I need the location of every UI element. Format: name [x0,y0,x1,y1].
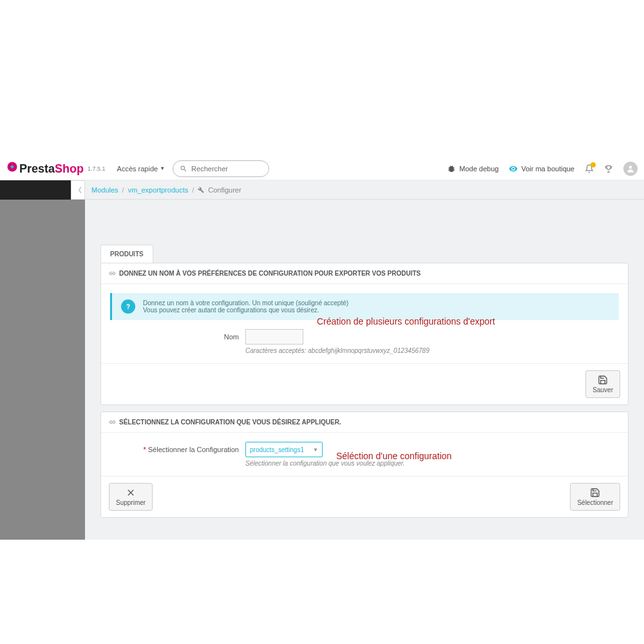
select-button[interactable]: Sélectionner [570,483,620,511]
quick-access-label: Accès rapide [117,165,158,173]
alert-line2: Vous pouvez créer autant de configuratio… [143,307,348,314]
label-nom: Nom [110,333,239,341]
mode-debug-label: Mode debug [459,165,498,173]
chevron-down-icon: ▼ [313,447,318,453]
breadcrumb-sep: / [192,186,194,194]
breadcrumb-modules[interactable]: Modules [91,186,118,194]
bug-icon [447,164,456,173]
link-icon [109,270,116,277]
breadcrumb-sep: / [122,186,124,194]
trophy-link[interactable] [604,164,613,173]
notifications-bell[interactable] [585,164,594,173]
user-icon [626,164,635,173]
save-icon [590,488,600,498]
alert-line1: Donnez un nom à votre configuration. Un … [143,299,348,307]
panel-select-config: SÉLECTIONNEZ LA CONFIGURATION QUE VOUS D… [100,412,629,518]
chevron-down-icon: ▼ [160,166,165,171]
annotation-creation: Création de plusieurs configurations d'e… [317,316,495,327]
panel1-title: DONNEZ UN NOM À VOS PRÉFÉRENCES DE CONFI… [101,263,628,284]
sidebar-top: 《 [0,180,85,200]
eye-icon [509,164,518,173]
breadcrumb-module-name[interactable]: vm_exportproducts [128,186,189,194]
select-label: Sélectionner [577,499,613,506]
input-nom[interactable] [245,329,303,345]
breadcrumb-current: Configurer [208,186,241,194]
mode-debug-link[interactable]: Mode debug [447,164,498,173]
sidebar [0,200,85,540]
sidebar-collapse-handle[interactable]: 《 [71,180,85,200]
close-icon [126,488,136,498]
select-configuration[interactable]: products_settings1 ▼ [245,442,323,457]
logo-bird-icon [6,161,18,173]
search-icon [180,165,187,173]
logo-text-shop: Shop [55,162,84,176]
tab-produits[interactable]: PRODUITS [100,245,153,263]
delete-button[interactable]: Supprimer [109,483,153,511]
help-nom: Caractères acceptés: abcdefghijklmnopqrs… [245,347,619,354]
quick-access-dropdown[interactable]: Accès rapide ▼ [117,165,166,173]
top-header: PrestaShop 1.7.5.1 Accès rapide ▼ Mode d… [0,157,644,180]
wrench-icon [198,187,204,193]
version-text: 1.7.5.1 [88,166,106,172]
view-shop-label: Voir ma boutique [521,165,574,173]
panel-name-config: DONNEZ UN NOM À VOS PRÉFÉRENCES DE CONFI… [100,263,629,405]
notification-dot [591,162,596,167]
logo[interactable]: PrestaShop [6,161,84,176]
label-select-config: *Sélectionner la Configuration [110,446,239,453]
breadcrumb: Modules / vm_exportproducts / Configurer [85,180,242,199]
select-value: products_settings1 [250,446,304,453]
trophy-icon [604,164,613,173]
annotation-selection: Séléction d'une configuration [336,451,451,461]
link-icon [109,419,116,426]
search-container[interactable] [173,160,269,177]
panel2-title: SÉLECTIONNEZ LA CONFIGURATION QUE VOUS D… [101,412,628,433]
search-input[interactable] [191,165,256,173]
view-shop-link[interactable]: Voir ma boutique [509,164,574,173]
save-label: Sauver [592,386,613,393]
user-avatar[interactable] [623,162,638,176]
logo-text-presta: Presta [19,162,55,176]
save-button[interactable]: Sauver [585,370,620,398]
delete-label: Supprimer [116,499,146,506]
save-icon [598,375,608,385]
question-icon: ? [121,299,135,314]
